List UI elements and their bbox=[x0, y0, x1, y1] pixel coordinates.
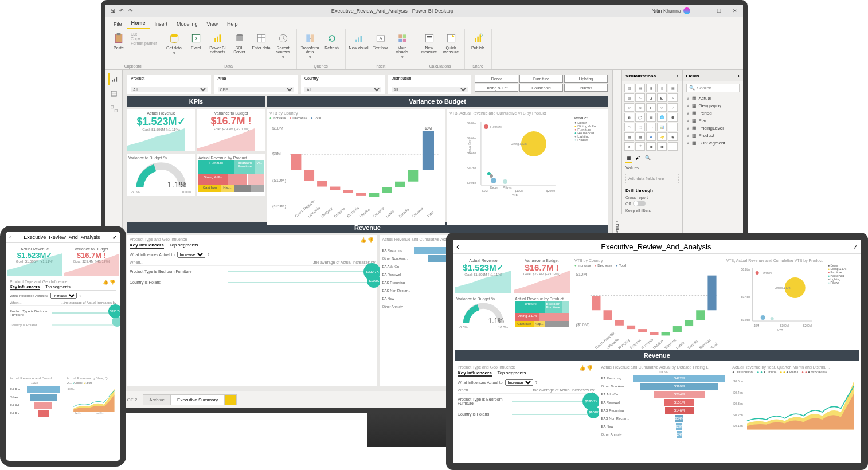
analytics-tab-icon[interactable]: 🔍 bbox=[644, 154, 652, 163]
kpi-variance-budget[interactable]: Variance to Budget $16.7M ! Goal: $29.4M… bbox=[197, 109, 265, 151]
save-icon[interactable]: 🖫 bbox=[109, 7, 116, 14]
fields-tab-icon[interactable]: ▦ bbox=[625, 154, 632, 163]
waterfall-chart[interactable]: VTB by Country IncreaseDecreaseTotal $10… bbox=[572, 256, 722, 348]
maximize-button[interactable]: ☐ bbox=[711, 5, 727, 17]
funnel-chart[interactable]: Actual Revenue and Cumul... 100% EA Rec.… bbox=[7, 374, 62, 457]
menu-file[interactable]: File bbox=[109, 19, 127, 29]
field-table[interactable]: ∨ ▦ Product bbox=[683, 132, 744, 139]
kpi-vtb-percent[interactable]: Variance to Budget % 1.1% -5.0%10.0% bbox=[455, 295, 511, 331]
sql-server-button[interactable]: SQL Server bbox=[230, 30, 249, 54]
thumbs-icons[interactable]: 👍 👎 bbox=[360, 237, 374, 243]
svg-rect-1 bbox=[117, 33, 121, 35]
waterfall-chart[interactable]: VTB by Country IncreaseDecreaseTotal $10… bbox=[267, 109, 445, 225]
bubble-chart[interactable]: VTB, Actual Revenue and Cumulative VTB b… bbox=[447, 109, 608, 225]
user-name[interactable]: Nitin Khanna bbox=[647, 7, 695, 14]
tab-key-influencers[interactable]: Key influencers bbox=[130, 242, 164, 249]
model-view-icon[interactable] bbox=[108, 103, 120, 115]
viz-gauge-icon: ◠ bbox=[624, 123, 634, 131]
fields-pane-chevron[interactable]: › bbox=[738, 73, 740, 79]
page-archive[interactable]: Archive bbox=[143, 394, 171, 405]
enter-data-button[interactable]: Enter data bbox=[252, 30, 271, 50]
kpi-vtb-percent[interactable]: Variance to Budget % 1.1% -5.0%10.0% bbox=[127, 154, 195, 196]
redo-icon[interactable]: ↷ bbox=[127, 7, 134, 14]
slicer-area[interactable]: AreaCEE bbox=[214, 75, 298, 94]
seg-household[interactable]: Household bbox=[519, 84, 563, 92]
slicer-country[interactable]: CountryAll bbox=[301, 75, 385, 94]
pbi-datasets-button[interactable]: Power BI datasets bbox=[208, 30, 228, 54]
cut-button[interactable]: Cut bbox=[131, 32, 157, 36]
fields-search[interactable]: 🔍 Search bbox=[686, 84, 740, 92]
get-data-button[interactable]: Get data▾ bbox=[165, 30, 184, 56]
menu-help[interactable]: Help bbox=[222, 19, 243, 29]
tab-top-segments[interactable]: Top segments bbox=[170, 242, 198, 249]
field-table[interactable]: ∨ ▦ Plan bbox=[683, 117, 744, 124]
kpi-revenue-by-product[interactable]: Actual Revenue by Product Furniture Bedr… bbox=[197, 154, 265, 196]
key-influencers[interactable]: Product Type and Geo Influence 👍 👎 Key i… bbox=[455, 363, 596, 461]
ki-select[interactable]: Increase bbox=[177, 252, 205, 258]
values-well[interactable]: Add data fields here bbox=[625, 174, 679, 183]
kpi-actual-revenue[interactable]: Actual Revenue$1.523M✓Goal: $1,506M (+1.… bbox=[455, 256, 511, 293]
new-measure-button[interactable]: New measure bbox=[420, 30, 439, 54]
svg-rect-18 bbox=[360, 36, 362, 42]
slicer-product[interactable]: ProductAll bbox=[127, 75, 211, 94]
back-icon[interactable]: ‹ bbox=[9, 234, 11, 240]
field-table[interactable]: ∨ ▦ PricingLevel bbox=[683, 124, 744, 132]
menu-view[interactable]: View bbox=[202, 19, 222, 29]
undo-icon[interactable]: ↶ bbox=[118, 7, 125, 14]
kpi-revenue-by-product[interactable]: Actual Revenue by Product Furniture Bedr… bbox=[514, 295, 570, 331]
seg-dining[interactable]: Dining & Ent bbox=[475, 84, 518, 92]
field-table[interactable]: ∨ ▦ SubSegment bbox=[683, 139, 744, 147]
more-visuals-button[interactable]: More visuals▾ bbox=[393, 30, 412, 60]
bubble-chart[interactable]: VTB, Actual Revenue and Cumulative VTB b… bbox=[724, 256, 859, 348]
publish-button[interactable]: Publish bbox=[468, 30, 488, 50]
svg-text:Furniture: Furniture bbox=[760, 271, 772, 275]
kpi-actual-revenue[interactable]: Actual Revenue$1.523M✓Goal: $1,506M (+1.… bbox=[7, 245, 62, 276]
funnel-chart[interactable]: Actual Revenue and Cumulative Actual by … bbox=[599, 363, 728, 461]
area-chart[interactable]: Actual Revenue by Year, Quarter, Month a… bbox=[730, 363, 859, 461]
transform-data-button[interactable]: Transform data▾ bbox=[300, 30, 320, 60]
svg-rect-38 bbox=[115, 109, 117, 112]
back-icon[interactable]: ‹ bbox=[456, 242, 459, 251]
viz-custom2-icon: ▣ bbox=[657, 142, 667, 151]
excel-button[interactable]: XExcel bbox=[186, 30, 206, 50]
seg-pillows[interactable]: Pillows bbox=[564, 84, 608, 92]
field-table[interactable]: ∨ ▦ Geography bbox=[683, 102, 744, 109]
quick-measure-button[interactable]: Quick measure bbox=[441, 30, 461, 54]
menu-home[interactable]: Home bbox=[127, 18, 150, 29]
expand-icon[interactable]: ⤢ bbox=[853, 244, 858, 250]
menu-modeling[interactable]: Modeling bbox=[172, 19, 202, 29]
new-visual-button[interactable]: New visual bbox=[349, 30, 369, 50]
paste-button[interactable]: Paste bbox=[109, 30, 128, 50]
kpi-variance-budget[interactable]: Variance to Budget$16.7M !Goal: $29.4M (… bbox=[514, 256, 570, 293]
copy-button[interactable]: Copy bbox=[131, 37, 157, 41]
key-influencers[interactable]: Product Type and Geo Influence 👍 👎 Key i… bbox=[7, 277, 119, 373]
recent-sources-button[interactable]: Recent sources▾ bbox=[273, 30, 293, 60]
seg-lighting[interactable]: Lighting bbox=[564, 75, 608, 83]
cross-report-toggle[interactable] bbox=[633, 201, 646, 206]
close-button[interactable]: ✕ bbox=[727, 5, 743, 17]
refresh-button[interactable]: Refresh bbox=[322, 30, 342, 50]
key-influencers[interactable]: Product Type and Geo Influence 👍 👎 Key i… bbox=[127, 235, 377, 386]
kpi-variance-budget[interactable]: Variance to Budget$16.7M !Goal: $29.4M (… bbox=[64, 245, 119, 276]
text-box-button[interactable]: AText box bbox=[371, 30, 390, 50]
data-view-icon[interactable] bbox=[108, 88, 120, 100]
format-tab-icon[interactable]: 🖌 bbox=[635, 154, 642, 163]
field-table[interactable]: ∨ ▦ Actual bbox=[683, 95, 744, 102]
seg-decor[interactable]: Decor bbox=[475, 75, 518, 83]
expand-icon[interactable]: ⤢ bbox=[112, 234, 117, 240]
slicer-distribution[interactable]: DistributionAll bbox=[388, 75, 472, 94]
report-view-icon[interactable] bbox=[108, 73, 120, 85]
field-table[interactable]: ∨ ▦ Period bbox=[683, 109, 744, 117]
minimize-button[interactable]: ─ bbox=[695, 5, 711, 17]
seg-furniture[interactable]: Furniture bbox=[519, 75, 563, 83]
svg-text:$0.4bn: $0.4bn bbox=[741, 295, 750, 299]
kpi-actual-revenue[interactable]: Actual Revenue $1.523M✓ Goal: $1,506M (+… bbox=[127, 109, 195, 151]
area-chart[interactable]: Actual Revenue by Year, Q... Di... ●Onli… bbox=[64, 374, 119, 457]
viz-pane-chevron[interactable]: › bbox=[677, 73, 679, 79]
svg-text:VTB: VTB bbox=[777, 328, 783, 332]
viz-gallery[interactable]: ▥▤▮▯▦▧ ∿◢◣⫽⫻≋ ⫿▽⁘◐◯▦ 🌐⬢◠⬚▭📊 ☰▦▦RPy◉ ◈？▣▣… bbox=[622, 81, 682, 153]
svg-text:$0M: $0M bbox=[272, 151, 281, 156]
page-add[interactable]: + bbox=[224, 394, 237, 405]
page-exec-summary[interactable]: Executive Summary bbox=[171, 394, 224, 405]
menu-insert[interactable]: Insert bbox=[150, 19, 173, 29]
